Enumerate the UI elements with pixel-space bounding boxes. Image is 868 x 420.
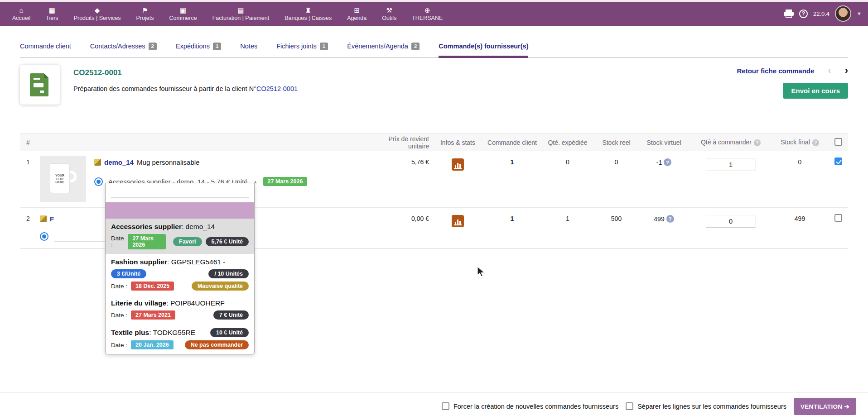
supplier-radio[interactable]: [94, 177, 103, 186]
stats-chart-icon[interactable]: [452, 158, 464, 171]
stats-chart-icon[interactable]: [452, 215, 464, 227]
info-icon[interactable]: [812, 139, 819, 146]
supplier-dropdown: Accessories supplier: demo_14 Date : 27 …: [105, 183, 255, 354]
date-badge: 18 Déc. 2025: [131, 282, 174, 291]
help-icon[interactable]: [664, 158, 671, 166]
product-image[interactable]: YOUR TEXT HERE: [40, 156, 86, 202]
tab-bar: Commande client Contacts/Adresses 2 Expé…: [20, 35, 848, 58]
nav-item-produits-services[interactable]: ◆ Produits | Services: [66, 2, 129, 26]
col-qty-to-order: Qté à commander: [690, 134, 772, 151]
product-code-link[interactable]: demo_14: [104, 158, 134, 166]
dropdown-option-literie-du-village[interactable]: Literie du village: POIP84UOHERF Date : …: [106, 295, 254, 324]
cube-icon: ◆: [95, 7, 100, 14]
stock-final: 499: [772, 208, 828, 248]
tab-commande-client[interactable]: Commande client: [20, 35, 71, 57]
qty-to-order-input[interactable]: [706, 158, 756, 171]
nav-item-banques[interactable]: ♜ Banques | Caisses: [277, 2, 339, 26]
stock-real: 0: [595, 151, 638, 208]
arrow-right-icon: ➔: [844, 403, 849, 410]
bank-icon: ♜: [305, 7, 311, 14]
briefcase-icon: ▣: [180, 7, 186, 14]
back-to-order-link[interactable]: Retour fiche commande: [737, 67, 814, 75]
force-new-orders-checkbox[interactable]: [442, 402, 449, 410]
product-code-link[interactable]: F: [50, 215, 54, 223]
price-badge: 5,76 € Unité: [206, 237, 249, 246]
row-checkbox[interactable]: [834, 158, 842, 165]
chevron-down-icon[interactable]: ▼: [857, 11, 862, 16]
quality-badge: Mauvaise qualité: [192, 282, 249, 291]
nav-item-tiers[interactable]: ▦ Tiers: [38, 2, 66, 26]
stock-final: 0: [772, 151, 828, 208]
table-header-row: # Prix de revient unitaire Infos & stats…: [20, 134, 848, 151]
tab-fichiers-joints[interactable]: Fichiers joints 1: [276, 35, 328, 57]
tab-contacts-adresses[interactable]: Contacts/Adresses 2: [90, 35, 157, 57]
qty-client: 1: [484, 151, 540, 208]
nav-item-facturation[interactable]: ▤ Facturation | Paiement: [205, 2, 277, 26]
page-subtitle: Préparation des commandes fournisseur à …: [73, 85, 298, 92]
col-stock-virtual: Stock virtuel: [638, 134, 690, 151]
calendar-icon: ⊞: [354, 7, 360, 14]
dropdown-search-input[interactable]: [111, 188, 249, 198]
unit-cost-price: 0,00 €: [371, 208, 432, 248]
row-checkbox[interactable]: [834, 214, 842, 222]
col-price: Prix de revient unitaire: [371, 134, 432, 151]
version-number: 22.0.4: [813, 10, 829, 17]
order-ref-link[interactable]: CO2512-0001: [256, 85, 298, 92]
row-number: 1: [20, 151, 39, 208]
nav-item-agenda[interactable]: ⊞ Agenda: [339, 2, 374, 26]
nav-item-projets[interactable]: ⚑ Projets: [129, 2, 162, 26]
status-envoi-en-cours-button[interactable]: Envoi en cours: [783, 83, 848, 99]
dropdown-option-fashion-supplier[interactable]: Fashion supplier: GGPSLEG5461 - 3 €/Unit…: [106, 254, 254, 295]
ventilation-button[interactable]: VENTILATION ➔: [794, 398, 856, 415]
min-qty-badge: / 10 Unités: [208, 269, 249, 278]
tab-badge: 2: [149, 43, 157, 50]
col-stats: Infos & stats: [432, 134, 484, 151]
unit-price-badge: 3 €/Unité: [111, 269, 146, 278]
tab-evenements-agenda[interactable]: Événements/Agenda 2: [347, 35, 420, 57]
supplier-radio[interactable]: [40, 232, 48, 241]
project-icon: ⚑: [142, 7, 148, 14]
qty-to-order-input[interactable]: [706, 215, 756, 228]
page-title: CO2512-0001: [73, 68, 298, 77]
force-new-orders-option[interactable]: Forcer la création de nouvelles commande…: [442, 402, 618, 410]
mug-print-text: YOUR TEXT HERE: [52, 174, 68, 184]
qty-shipped: 1: [540, 208, 595, 248]
help-icon[interactable]: [666, 215, 674, 223]
select-all-checkbox[interactable]: [834, 138, 842, 146]
nav-item-outils[interactable]: ⚒ Outils: [374, 2, 404, 26]
delivery-date-badge: 27 Mars 2026: [263, 177, 308, 186]
split-lines-option[interactable]: Séparer les lignes sur les commandes fou…: [626, 402, 786, 410]
dropdown-option-textile-plus[interactable]: Textile plus: TODKG55RE 10 € Unité Date …: [106, 324, 254, 354]
print-icon[interactable]: [784, 10, 794, 18]
tab-expeditions[interactable]: Expéditions 1: [176, 35, 221, 57]
tab-commandes-fournisseurs[interactable]: Commande(s) fournisseur(s): [439, 35, 528, 57]
order-document-icon: [20, 65, 60, 105]
nav-item-thersane[interactable]: ⊕ THERSANE: [404, 2, 450, 26]
split-lines-checkbox[interactable]: [626, 402, 633, 410]
dropdown-option-accessories-supplier[interactable]: Accessories supplier: demo_14 Date : 27 …: [106, 219, 254, 254]
building-icon: ▦: [49, 7, 55, 14]
tab-notes[interactable]: Notes: [240, 35, 257, 57]
info-icon[interactable]: [754, 139, 761, 146]
col-stock-final: Stock final: [772, 134, 828, 151]
date-badge: 20 Jan. 2026: [131, 340, 174, 349]
globe-icon: ⊕: [424, 7, 430, 14]
chevron-right-icon[interactable]: ›: [845, 65, 848, 76]
product-label: Mug personnalisable: [137, 158, 199, 166]
stock-virtual: -1: [656, 159, 662, 166]
mouse-cursor: [477, 266, 487, 279]
price-badge: 7 € Unité: [213, 310, 249, 320]
date-badge: 27 Mars 2026: [128, 234, 166, 249]
nav-item-commerce[interactable]: ▣ Commerce: [162, 2, 205, 26]
date-badge: 27 Mars 2021: [131, 310, 175, 320]
nav-item-accueil[interactable]: ⌂ Accueil: [5, 2, 38, 26]
tab-badge: 2: [411, 43, 420, 50]
help-icon[interactable]: ?: [799, 10, 808, 18]
action-bar: Forcer la création de nouvelles commande…: [0, 392, 868, 420]
user-avatar[interactable]: [835, 5, 851, 22]
price-badge: 10 € Unité: [210, 328, 249, 337]
col-product: [39, 134, 371, 151]
top-navigation-bar: ⌂ Accueil ▦ Tiers ◆ Produits | Services …: [0, 0, 868, 26]
dropdown-empty-option[interactable]: [106, 202, 254, 219]
qty-shipped: 0: [540, 151, 595, 208]
